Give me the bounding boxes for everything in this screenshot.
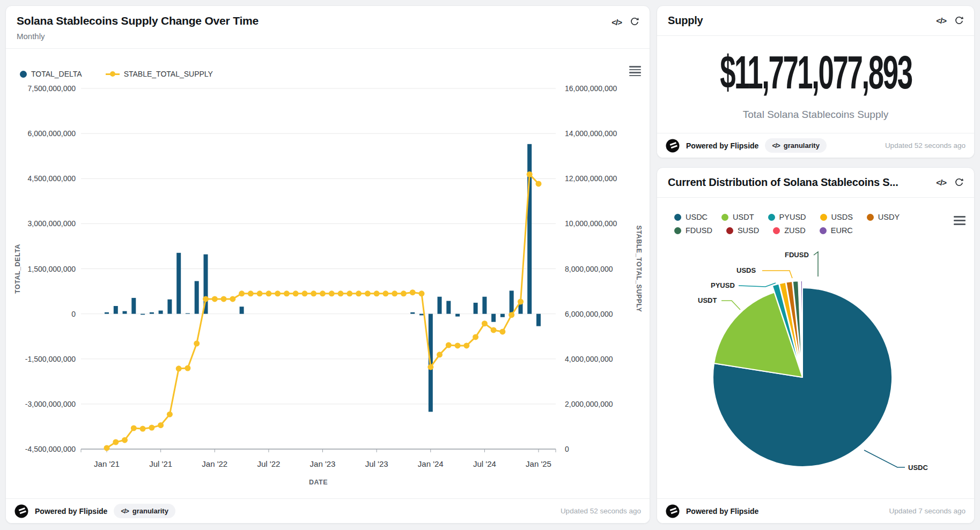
supply-point[interactable] — [509, 312, 514, 318]
delta-bar[interactable] — [195, 281, 199, 314]
supply-point[interactable] — [536, 181, 542, 186]
supply-point[interactable] — [212, 296, 218, 302]
code-icon[interactable]: </> — [611, 18, 622, 27]
pie-legend-item-susd[interactable]: SUSD — [726, 226, 759, 235]
supply-point[interactable] — [203, 296, 209, 302]
delta-bar[interactable] — [410, 312, 415, 314]
delta-bar[interactable] — [240, 307, 244, 314]
delta-bar[interactable] — [123, 311, 127, 314]
supply-point[interactable] — [338, 290, 344, 296]
delta-bar[interactable] — [114, 306, 118, 314]
delta-bar[interactable] — [141, 314, 145, 315]
pie-callout-label-pyusd: PYUSD — [711, 281, 735, 289]
granularity-pill[interactable]: </> granularity — [114, 504, 175, 518]
code-icon[interactable]: </> — [936, 16, 946, 25]
supply-point[interactable] — [518, 298, 524, 304]
supply-point[interactable] — [499, 329, 505, 334]
delta-bar[interactable] — [131, 298, 136, 314]
delta-bar[interactable] — [500, 314, 505, 317]
supply-point[interactable] — [419, 290, 425, 296]
supply-point[interactable] — [194, 341, 200, 347]
supply-point[interactable] — [275, 290, 281, 296]
refresh-icon[interactable] — [954, 177, 964, 188]
pie-legend-item-usdt[interactable]: USDT — [721, 213, 754, 221]
refresh-icon[interactable] — [954, 16, 964, 26]
supply-point[interactable] — [392, 290, 397, 296]
pie-callout-label-usds: USDS — [736, 266, 756, 274]
delta-bar[interactable] — [419, 314, 424, 316]
supply-point[interactable] — [293, 290, 299, 296]
supply-point[interactable] — [428, 364, 433, 370]
supply-point[interactable] — [113, 439, 119, 445]
supply-point[interactable] — [284, 290, 290, 296]
supply-point[interactable] — [266, 290, 271, 296]
supply-point[interactable] — [122, 437, 128, 443]
supply-point[interactable] — [491, 327, 497, 333]
supply-point[interactable] — [320, 290, 326, 296]
supply-point[interactable] — [176, 365, 182, 371]
pie-legend-item-usds[interactable]: USDS — [820, 213, 853, 221]
left-axis-tick-label: -1,500,000,000 — [25, 355, 76, 363]
code-icon[interactable]: </> — [936, 178, 946, 187]
legend-item-total-delta[interactable]: TOTAL_DELTA — [20, 70, 82, 78]
pie-legend-item-usdy[interactable]: USDY — [867, 213, 900, 221]
supply-point[interactable] — [455, 342, 461, 348]
supply-point[interactable] — [230, 296, 235, 302]
supply-point[interactable] — [140, 426, 146, 432]
delta-bar[interactable] — [167, 300, 172, 314]
supply-point[interactable] — [473, 334, 478, 340]
delta-bar[interactable] — [150, 312, 154, 314]
granularity-pill[interactable]: </> granularity — [765, 138, 827, 153]
powered-by-label: Powered by Flipside — [35, 507, 107, 516]
supply-point[interactable] — [185, 365, 190, 371]
chart-menu-icon[interactable] — [953, 215, 967, 226]
delta-bar[interactable] — [491, 314, 496, 322]
legend-item-stable-total-supply[interactable]: STABLE_TOTAL_SUPPLY — [106, 70, 213, 78]
supply-point[interactable] — [382, 290, 388, 296]
supply-point[interactable] — [356, 290, 362, 296]
legend-label: SUSD — [738, 226, 759, 235]
supply-point[interactable] — [347, 290, 352, 296]
supply-point[interactable] — [374, 290, 380, 296]
pie-legend-item-fdusd[interactable]: FDUSD — [674, 226, 712, 235]
delta-bar[interactable] — [536, 314, 541, 326]
supply-point[interactable] — [401, 290, 407, 296]
delta-bar[interactable] — [105, 312, 109, 314]
supply-point[interactable] — [365, 290, 371, 296]
supply-point[interactable] — [221, 296, 227, 302]
supply-point[interactable] — [302, 290, 308, 296]
supply-point[interactable] — [482, 320, 488, 326]
pie-legend-item-eurc[interactable]: EURC — [820, 226, 853, 235]
supply-point[interactable] — [248, 290, 254, 296]
delta-bar[interactable] — [474, 303, 478, 314]
supply-point[interactable] — [410, 289, 416, 295]
chart-menu-icon[interactable] — [628, 65, 642, 77]
pie-legend-item-usdc[interactable]: USDC — [674, 213, 708, 221]
supply-point[interactable] — [104, 445, 110, 451]
right-axis-tick-label: 12,000,000,000 — [565, 174, 617, 183]
pie-legend-item-zusd[interactable]: ZUSD — [773, 226, 805, 235]
supply-point[interactable] — [463, 342, 469, 348]
supply-point[interactable] — [131, 425, 137, 431]
delta-bar[interactable] — [510, 290, 514, 313]
pie-legend-item-pyusd[interactable]: PYUSD — [768, 213, 806, 221]
delta-bar[interactable] — [446, 301, 451, 314]
refresh-icon[interactable] — [629, 17, 640, 27]
supply-point[interactable] — [167, 412, 173, 417]
supply-point[interactable] — [329, 290, 335, 296]
supply-point[interactable] — [527, 171, 533, 177]
supply-point[interactable] — [257, 290, 263, 296]
delta-bar[interactable] — [455, 314, 460, 317]
delta-bar[interactable] — [438, 297, 442, 314]
delta-bar[interactable] — [159, 311, 163, 314]
delta-bar[interactable] — [186, 313, 190, 314]
supply-point[interactable] — [437, 352, 443, 357]
supply-point[interactable] — [149, 425, 154, 431]
delta-bar[interactable] — [527, 144, 532, 314]
delta-bar[interactable] — [482, 297, 487, 314]
supply-point[interactable] — [446, 342, 452, 348]
supply-point[interactable] — [158, 422, 164, 428]
supply-point[interactable] — [311, 290, 316, 296]
supply-point[interactable] — [239, 290, 245, 296]
delta-bar[interactable] — [176, 253, 181, 314]
